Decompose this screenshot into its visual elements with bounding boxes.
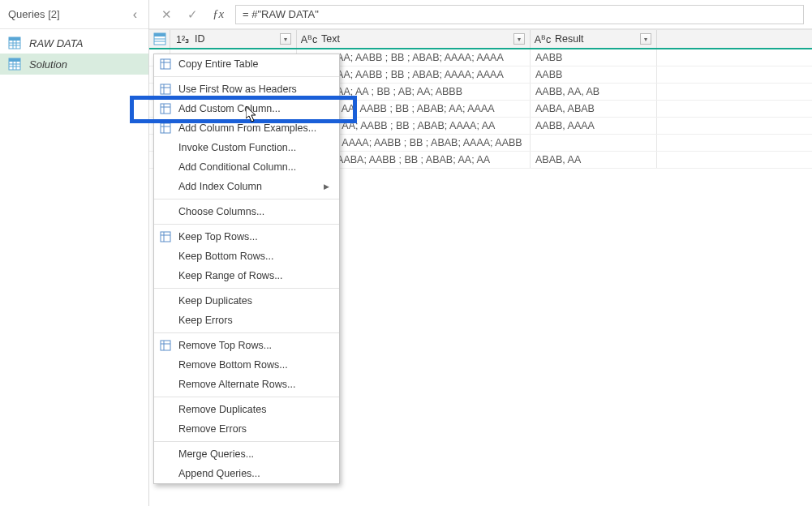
svg-rect-28 [161,232,170,242]
menu-item[interactable]: Keep Duplicates [154,291,339,311]
menu-item[interactable]: Remove Errors [154,419,339,439]
custom-column-icon [159,102,172,115]
fx-icon[interactable]: ƒx [209,6,227,24]
queries-header: Queries [2] ‹ [0,0,148,29]
menu-item-label: Keep Duplicates [178,295,252,307]
menu-item[interactable]: Add Conditional Column... [154,157,339,177]
menu-item[interactable]: Keep Top Rows... [154,227,339,247]
menu-item-label: Remove Errors [178,423,247,435]
menu-item-label: Append Queries... [178,468,260,479]
query-item-solution[interactable]: Solution [0,54,148,75]
column-label: Result [555,33,583,45]
menu-item[interactable]: Keep Errors [154,311,339,330]
cell-result[interactable]: ABAB, AA [531,152,657,168]
table-context-menu: Copy Entire TableUse First Row as Header… [153,54,340,484]
menu-item-label: Invoke Custom Function... [178,142,296,153]
svg-rect-22 [161,104,170,114]
menu-item[interactable]: Remove Duplicates [154,400,339,419]
queries-title: Queries [2] [8,8,60,20]
svg-rect-19 [161,84,170,94]
menu-item[interactable]: Append Queries... [154,464,339,483]
menu-item-label: Add Index Column [178,181,262,192]
formula-accept-icon[interactable]: ✓ [183,6,201,24]
svg-rect-13 [154,33,165,36]
column-header-text[interactable]: Aᴮc Text ▾ [297,30,531,48]
menu-item-label: Keep Range of Rows... [178,270,283,281]
menu-separator [154,76,339,77]
menu-separator [154,288,339,289]
menu-item[interactable]: Keep Range of Rows... [154,266,339,285]
copy-icon [159,58,172,71]
headers-icon [159,83,172,96]
svg-rect-25 [161,123,170,133]
select-all-corner[interactable] [149,30,170,48]
menu-item-label: Add Column From Examples... [178,122,316,134]
svg-rect-1 [9,37,20,41]
menu-separator [154,224,339,225]
keep-rows-icon [159,230,172,243]
cell-result[interactable]: AABB, AAAA [531,118,657,134]
column-header-result[interactable]: Aᴮc Result ▾ [531,30,657,48]
cell-result[interactable]: AABB [531,49,657,66]
menu-item[interactable]: Choose Columns... [154,202,339,221]
cell-result[interactable]: AABB, AA, AB [531,84,657,100]
menu-item[interactable]: Add Custom Column... [154,99,339,118]
column-label: Text [321,33,340,45]
table-icon [8,36,21,49]
menu-item-label: Choose Columns... [178,206,264,217]
menu-item-label: Keep Bottom Rows... [178,251,273,262]
menu-item-label: Remove Bottom Rows... [178,359,288,371]
menu-item-label: Merge Queries... [178,448,254,460]
cell-result[interactable]: AABB [531,66,657,83]
menu-item-label: Add Conditional Column... [178,161,296,173]
formula-bar: ✕ ✓ ƒx [149,0,812,29]
menu-item[interactable]: Keep Bottom Rows... [154,247,339,266]
formula-input[interactable] [235,5,804,24]
menu-item-label: Use First Row as Headers [178,84,297,95]
query-label: Solution [29,58,67,71]
number-type-icon: 1²₃ [175,32,190,46]
menu-item-label: Remove Top Rows... [178,340,272,351]
column-label: ID [195,33,205,45]
svg-rect-7 [9,58,20,62]
menu-item[interactable]: Invoke Custom Function... [154,138,339,157]
text-type-icon: Aᴮc [535,32,550,46]
table-icon [8,58,21,71]
examples-icon [159,122,172,135]
menu-item[interactable]: Remove Alternate Rows... [154,375,339,394]
menu-item[interactable]: Add Index Column▶ [154,177,339,196]
menu-separator [154,397,339,397]
table-icon [153,32,166,45]
svg-rect-31 [161,341,170,350]
menu-separator [154,441,339,442]
column-header-id[interactable]: 1²₃ ID ▾ [170,30,297,48]
formula-cancel-icon[interactable]: ✕ [157,6,175,24]
column-filter-dropdown-icon[interactable]: ▾ [280,33,291,45]
menu-item[interactable]: Merge Queries... [154,444,339,464]
menu-separator [154,199,339,199]
menu-item-label: Keep Errors [178,315,233,326]
text-type-icon: Aᴮc [302,32,316,46]
menu-separator [154,332,339,333]
collapse-sidebar-chevron-icon[interactable]: ‹ [130,6,140,24]
menu-item[interactable]: Add Column From Examples... [154,118,339,138]
query-label: RAW DATA [29,37,83,49]
menu-item[interactable]: Remove Bottom Rows... [154,355,339,375]
cell-result[interactable]: AABA, ABAB [531,101,657,117]
menu-item[interactable]: Copy Entire Table [154,54,339,74]
cell-result[interactable] [531,135,657,151]
submenu-arrow-icon: ▶ [324,182,329,191]
column-filter-dropdown-icon[interactable]: ▾ [513,33,525,45]
menu-item-label: Copy Entire Table [178,58,258,70]
queries-sidebar: Queries [2] ‹ RAW DATA Solution [0,0,149,506]
menu-item-label: Remove Duplicates [178,404,266,415]
menu-item-label: Keep Top Rows... [178,231,258,242]
remove-rows-icon [159,339,172,352]
query-item-raw-data[interactable]: RAW DATA [0,32,148,54]
column-filter-dropdown-icon[interactable]: ▾ [640,33,651,45]
menu-item-label: Remove Alternate Rows... [178,379,296,390]
menu-item[interactable]: Use First Row as Headers [154,79,339,99]
menu-item-label: Add Custom Column... [178,103,281,114]
svg-rect-16 [161,59,170,69]
menu-item[interactable]: Remove Top Rows... [154,336,339,355]
